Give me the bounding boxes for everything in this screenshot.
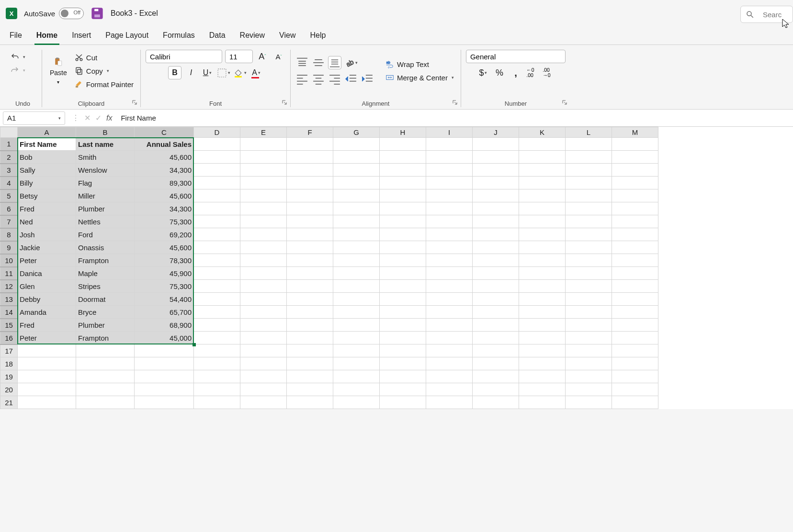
row-header-12[interactable]: 12	[0, 280, 18, 293]
cell-A19[interactable]	[18, 370, 76, 383]
tab-page-layout[interactable]: Page Layout	[103, 29, 150, 44]
cell-G20[interactable]	[333, 383, 380, 396]
cell-J2[interactable]	[473, 151, 519, 164]
cell-K3[interactable]	[519, 164, 566, 177]
increase-indent-button[interactable]	[361, 72, 374, 86]
col-header-C[interactable]: C	[135, 127, 194, 138]
cell-G16[interactable]	[333, 332, 380, 344]
cell-F14[interactable]	[287, 306, 333, 319]
cell-J9[interactable]	[473, 241, 519, 254]
cell-F16[interactable]	[287, 332, 333, 344]
cell-H8[interactable]	[380, 228, 426, 241]
cell-M3[interactable]	[612, 164, 658, 177]
cell-G15[interactable]	[333, 319, 380, 332]
cell-C8[interactable]: 69,200	[135, 228, 194, 241]
fill-color-button[interactable]: ▾	[233, 66, 247, 79]
cell-H19[interactable]	[380, 370, 426, 383]
cell-L11[interactable]	[566, 267, 612, 280]
cell-G1[interactable]	[333, 138, 380, 151]
cell-D9[interactable]	[194, 241, 240, 254]
cell-A1[interactable]: First Name	[18, 138, 76, 151]
cell-B12[interactable]: Stripes	[76, 280, 135, 293]
cell-M6[interactable]	[612, 202, 658, 215]
cell-G8[interactable]	[333, 228, 380, 241]
cell-D20[interactable]	[194, 383, 240, 396]
col-header-G[interactable]: G	[333, 127, 380, 138]
row-header-20[interactable]: 20	[0, 383, 18, 396]
name-box[interactable]: A1 ▾	[3, 111, 65, 125]
cell-E16[interactable]	[240, 332, 287, 344]
align-top-button[interactable]	[295, 56, 309, 69]
cell-G2[interactable]	[333, 151, 380, 164]
cell-K8[interactable]	[519, 228, 566, 241]
cell-G10[interactable]	[333, 254, 380, 267]
cell-F18[interactable]	[287, 357, 333, 370]
cell-J15[interactable]	[473, 319, 519, 332]
font-name-input[interactable]	[146, 50, 222, 63]
cell-L20[interactable]	[566, 383, 612, 396]
cell-H17[interactable]	[380, 344, 426, 357]
cell-C3[interactable]: 34,300	[135, 164, 194, 177]
row-header-10[interactable]: 10	[0, 254, 18, 267]
cell-M1[interactable]	[612, 138, 658, 151]
cell-H5[interactable]	[380, 189, 426, 202]
cell-B20[interactable]	[76, 383, 135, 396]
cell-A13[interactable]: Debby	[18, 293, 76, 306]
cell-E8[interactable]	[240, 228, 287, 241]
cell-E17[interactable]	[240, 344, 287, 357]
cell-M16[interactable]	[612, 332, 658, 344]
autosave-toggle[interactable]: AutoSave Off	[24, 8, 84, 19]
cell-A12[interactable]: Glen	[18, 280, 76, 293]
cell-H15[interactable]	[380, 319, 426, 332]
cell-A9[interactable]: Jackie	[18, 241, 76, 254]
borders-button[interactable]: ▾	[217, 66, 230, 79]
cell-H10[interactable]	[380, 254, 426, 267]
cell-D19[interactable]	[194, 370, 240, 383]
cell-E18[interactable]	[240, 357, 287, 370]
cell-I12[interactable]	[426, 280, 473, 293]
cell-A4[interactable]: Billy	[18, 177, 76, 189]
cell-G14[interactable]	[333, 306, 380, 319]
cell-K6[interactable]	[519, 202, 566, 215]
cell-M9[interactable]	[612, 241, 658, 254]
cancel-formula-icon[interactable]: ✕	[84, 113, 91, 122]
cell-K17[interactable]	[519, 344, 566, 357]
cell-E14[interactable]	[240, 306, 287, 319]
copy-button[interactable]: Copy ▾	[73, 66, 136, 76]
cell-E19[interactable]	[240, 370, 287, 383]
cell-G9[interactable]	[333, 241, 380, 254]
cell-C17[interactable]	[135, 344, 194, 357]
cell-M19[interactable]	[612, 370, 658, 383]
cell-C19[interactable]	[135, 370, 194, 383]
cell-C5[interactable]: 45,600	[135, 189, 194, 202]
cell-H9[interactable]	[380, 241, 426, 254]
percent-format-button[interactable]: %	[493, 66, 506, 79]
paste-button[interactable]: Paste ▾	[47, 56, 70, 86]
cell-F20[interactable]	[287, 383, 333, 396]
cell-M13[interactable]	[612, 293, 658, 306]
cell-L12[interactable]	[566, 280, 612, 293]
cell-C18[interactable]	[135, 357, 194, 370]
cell-J17[interactable]	[473, 344, 519, 357]
cell-M10[interactable]	[612, 254, 658, 267]
cell-L21[interactable]	[566, 396, 612, 409]
cell-B10[interactable]: Frampton	[76, 254, 135, 267]
decrease-decimal-button[interactable]: .00→0	[542, 66, 555, 79]
cell-D6[interactable]	[194, 202, 240, 215]
col-header-D[interactable]: D	[194, 127, 240, 138]
cell-K5[interactable]	[519, 189, 566, 202]
cell-F15[interactable]	[287, 319, 333, 332]
cell-F9[interactable]	[287, 241, 333, 254]
cell-I11[interactable]	[426, 267, 473, 280]
cell-M8[interactable]	[612, 228, 658, 241]
cell-I5[interactable]	[426, 189, 473, 202]
cell-K11[interactable]	[519, 267, 566, 280]
cell-B18[interactable]	[76, 357, 135, 370]
row-header-2[interactable]: 2	[0, 151, 18, 164]
cell-K18[interactable]	[519, 357, 566, 370]
cell-M2[interactable]	[612, 151, 658, 164]
cell-E7[interactable]	[240, 215, 287, 228]
cell-M4[interactable]	[612, 177, 658, 189]
cell-M11[interactable]	[612, 267, 658, 280]
row-header-5[interactable]: 5	[0, 189, 18, 202]
